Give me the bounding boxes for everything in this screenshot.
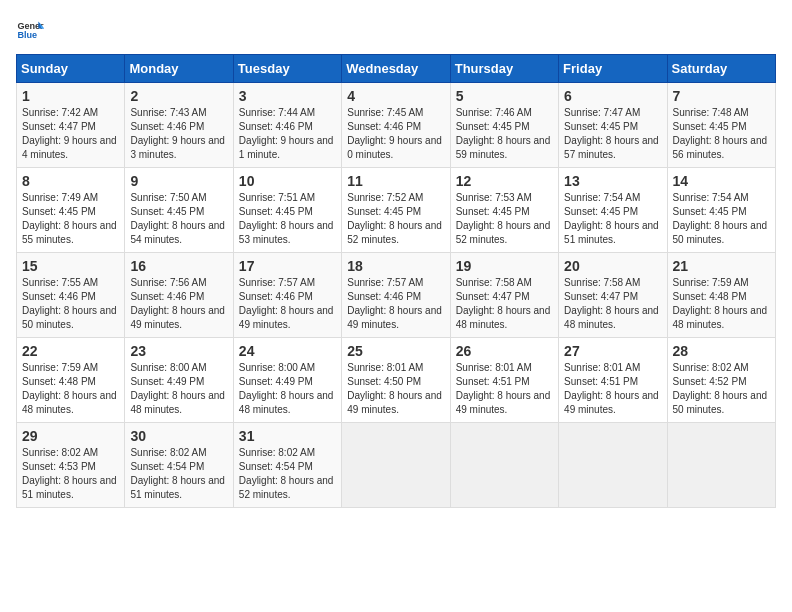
daylight-label: Daylight: 8 hours and 48 minutes. — [130, 390, 225, 415]
day-number: 16 — [130, 258, 227, 274]
cell-content: Sunrise: 7:45 AM Sunset: 4:46 PM Dayligh… — [347, 106, 444, 162]
sunrise-label: Sunrise: 7:54 AM — [564, 192, 640, 203]
daylight-label: Daylight: 8 hours and 51 minutes. — [22, 475, 117, 500]
daylight-label: Daylight: 9 hours and 1 minute. — [239, 135, 334, 160]
svg-text:Blue: Blue — [17, 30, 37, 40]
page-header: General Blue — [16, 16, 776, 44]
daylight-label: Daylight: 9 hours and 3 minutes. — [130, 135, 225, 160]
sunrise-label: Sunrise: 7:55 AM — [22, 277, 98, 288]
cell-content: Sunrise: 7:54 AM Sunset: 4:45 PM Dayligh… — [564, 191, 661, 247]
daylight-label: Daylight: 8 hours and 49 minutes. — [564, 390, 659, 415]
header-monday: Monday — [125, 55, 233, 83]
sunrise-label: Sunrise: 8:02 AM — [239, 447, 315, 458]
cell-content: Sunrise: 8:02 AM Sunset: 4:54 PM Dayligh… — [239, 446, 336, 502]
sunrise-label: Sunrise: 7:45 AM — [347, 107, 423, 118]
calendar-cell: 14 Sunrise: 7:54 AM Sunset: 4:45 PM Dayl… — [667, 168, 775, 253]
calendar-cell: 28 Sunrise: 8:02 AM Sunset: 4:52 PM Dayl… — [667, 338, 775, 423]
daylight-label: Daylight: 8 hours and 49 minutes. — [239, 305, 334, 330]
logo: General Blue — [16, 16, 44, 44]
sunset-label: Sunset: 4:49 PM — [130, 376, 204, 387]
sunset-label: Sunset: 4:47 PM — [22, 121, 96, 132]
calendar-cell: 2 Sunrise: 7:43 AM Sunset: 4:46 PM Dayli… — [125, 83, 233, 168]
day-number: 13 — [564, 173, 661, 189]
calendar-cell: 21 Sunrise: 7:59 AM Sunset: 4:48 PM Dayl… — [667, 253, 775, 338]
calendar-cell: 29 Sunrise: 8:02 AM Sunset: 4:53 PM Dayl… — [17, 423, 125, 508]
calendar-cell: 11 Sunrise: 7:52 AM Sunset: 4:45 PM Dayl… — [342, 168, 450, 253]
day-number: 31 — [239, 428, 336, 444]
sunset-label: Sunset: 4:45 PM — [564, 121, 638, 132]
day-number: 4 — [347, 88, 444, 104]
cell-content: Sunrise: 8:01 AM Sunset: 4:50 PM Dayligh… — [347, 361, 444, 417]
daylight-label: Daylight: 8 hours and 52 minutes. — [456, 220, 551, 245]
calendar-cell: 3 Sunrise: 7:44 AM Sunset: 4:46 PM Dayli… — [233, 83, 341, 168]
logo-icon: General Blue — [16, 16, 44, 44]
calendar-cell — [450, 423, 558, 508]
sunrise-label: Sunrise: 7:59 AM — [673, 277, 749, 288]
sunrise-label: Sunrise: 7:57 AM — [347, 277, 423, 288]
daylight-label: Daylight: 9 hours and 0 minutes. — [347, 135, 442, 160]
cell-content: Sunrise: 8:01 AM Sunset: 4:51 PM Dayligh… — [564, 361, 661, 417]
sunset-label: Sunset: 4:47 PM — [564, 291, 638, 302]
calendar-cell: 7 Sunrise: 7:48 AM Sunset: 4:45 PM Dayli… — [667, 83, 775, 168]
calendar-table: SundayMondayTuesdayWednesdayThursdayFrid… — [16, 54, 776, 508]
sunset-label: Sunset: 4:50 PM — [347, 376, 421, 387]
daylight-label: Daylight: 8 hours and 50 minutes. — [673, 220, 768, 245]
daylight-label: Daylight: 8 hours and 51 minutes. — [130, 475, 225, 500]
sunrise-label: Sunrise: 8:01 AM — [564, 362, 640, 373]
day-number: 2 — [130, 88, 227, 104]
calendar-cell: 27 Sunrise: 8:01 AM Sunset: 4:51 PM Dayl… — [559, 338, 667, 423]
calendar-cell: 16 Sunrise: 7:56 AM Sunset: 4:46 PM Dayl… — [125, 253, 233, 338]
calendar-cell: 5 Sunrise: 7:46 AM Sunset: 4:45 PM Dayli… — [450, 83, 558, 168]
day-number: 26 — [456, 343, 553, 359]
sunset-label: Sunset: 4:46 PM — [239, 291, 313, 302]
sunset-label: Sunset: 4:45 PM — [22, 206, 96, 217]
sunset-label: Sunset: 4:45 PM — [456, 121, 530, 132]
sunset-label: Sunset: 4:52 PM — [673, 376, 747, 387]
sunrise-label: Sunrise: 7:57 AM — [239, 277, 315, 288]
sunset-label: Sunset: 4:46 PM — [347, 291, 421, 302]
header-friday: Friday — [559, 55, 667, 83]
sunset-label: Sunset: 4:45 PM — [347, 206, 421, 217]
cell-content: Sunrise: 8:02 AM Sunset: 4:54 PM Dayligh… — [130, 446, 227, 502]
day-number: 12 — [456, 173, 553, 189]
day-number: 8 — [22, 173, 119, 189]
header-sunday: Sunday — [17, 55, 125, 83]
sunrise-label: Sunrise: 8:02 AM — [22, 447, 98, 458]
day-number: 9 — [130, 173, 227, 189]
daylight-label: Daylight: 8 hours and 48 minutes. — [673, 305, 768, 330]
day-number: 27 — [564, 343, 661, 359]
cell-content: Sunrise: 7:50 AM Sunset: 4:45 PM Dayligh… — [130, 191, 227, 247]
cell-content: Sunrise: 8:01 AM Sunset: 4:51 PM Dayligh… — [456, 361, 553, 417]
sunset-label: Sunset: 4:45 PM — [673, 121, 747, 132]
day-number: 17 — [239, 258, 336, 274]
sunset-label: Sunset: 4:47 PM — [456, 291, 530, 302]
day-number: 10 — [239, 173, 336, 189]
calendar-cell: 9 Sunrise: 7:50 AM Sunset: 4:45 PM Dayli… — [125, 168, 233, 253]
calendar-cell — [667, 423, 775, 508]
day-number: 14 — [673, 173, 770, 189]
sunrise-label: Sunrise: 7:50 AM — [130, 192, 206, 203]
daylight-label: Daylight: 8 hours and 52 minutes. — [347, 220, 442, 245]
sunset-label: Sunset: 4:46 PM — [130, 291, 204, 302]
cell-content: Sunrise: 7:58 AM Sunset: 4:47 PM Dayligh… — [564, 276, 661, 332]
calendar-cell — [342, 423, 450, 508]
sunrise-label: Sunrise: 7:58 AM — [456, 277, 532, 288]
cell-content: Sunrise: 8:00 AM Sunset: 4:49 PM Dayligh… — [239, 361, 336, 417]
cell-content: Sunrise: 8:02 AM Sunset: 4:53 PM Dayligh… — [22, 446, 119, 502]
day-number: 11 — [347, 173, 444, 189]
cell-content: Sunrise: 7:55 AM Sunset: 4:46 PM Dayligh… — [22, 276, 119, 332]
cell-content: Sunrise: 8:02 AM Sunset: 4:52 PM Dayligh… — [673, 361, 770, 417]
cell-content: Sunrise: 7:43 AM Sunset: 4:46 PM Dayligh… — [130, 106, 227, 162]
sunset-label: Sunset: 4:53 PM — [22, 461, 96, 472]
daylight-label: Daylight: 8 hours and 49 minutes. — [130, 305, 225, 330]
sunrise-label: Sunrise: 7:52 AM — [347, 192, 423, 203]
calendar-cell: 6 Sunrise: 7:47 AM Sunset: 4:45 PM Dayli… — [559, 83, 667, 168]
daylight-label: Daylight: 8 hours and 48 minutes. — [456, 305, 551, 330]
calendar-cell: 17 Sunrise: 7:57 AM Sunset: 4:46 PM Dayl… — [233, 253, 341, 338]
calendar-week-row: 15 Sunrise: 7:55 AM Sunset: 4:46 PM Dayl… — [17, 253, 776, 338]
sunrise-label: Sunrise: 7:48 AM — [673, 107, 749, 118]
header-tuesday: Tuesday — [233, 55, 341, 83]
day-number: 6 — [564, 88, 661, 104]
calendar-cell: 22 Sunrise: 7:59 AM Sunset: 4:48 PM Dayl… — [17, 338, 125, 423]
sunset-label: Sunset: 4:46 PM — [130, 121, 204, 132]
